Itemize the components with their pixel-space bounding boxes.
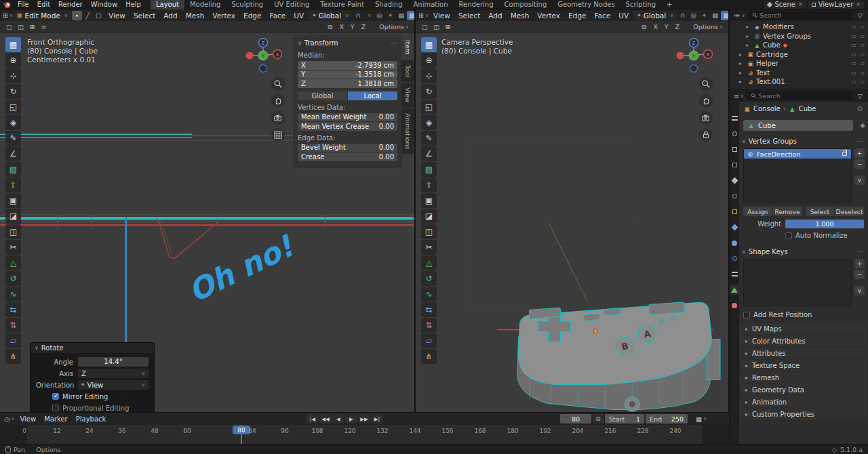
pan-hand-icon[interactable]	[699, 94, 713, 108]
viewport-menu-face[interactable]: Face	[591, 12, 615, 20]
vertex-groups-section-header[interactable]: ∨ Vertex Groups ⋯	[742, 138, 867, 145]
mirror-axis-y-button[interactable]: Y	[347, 22, 357, 32]
viewport-menu-add[interactable]: Add	[159, 12, 181, 20]
viewport-menu-mesh[interactable]: Mesh	[507, 12, 534, 20]
play-button[interactable]: ▶	[345, 414, 357, 424]
snap-magnet-icon[interactable]: ∩	[677, 11, 688, 20]
tool-loop-cut[interactable]: ◫	[5, 224, 21, 239]
end-frame-field[interactable]: End 250	[646, 414, 688, 424]
axis-z-neg-ball[interactable]	[690, 65, 698, 73]
expand-caret-icon[interactable]: ▸	[739, 51, 745, 58]
properties-tab-tool[interactable]	[730, 113, 739, 123]
properties-tab-object-data[interactable]	[730, 285, 739, 295]
auto-keying-icon[interactable]: ⊙	[593, 414, 604, 424]
viewport-menu-vertex[interactable]: Vertex	[533, 12, 564, 20]
section-menu-icon[interactable]: ⋯	[857, 138, 867, 145]
workspace-tab-sculpting[interactable]: Sculpting	[226, 0, 269, 9]
console-model[interactable]: B A	[517, 302, 720, 412]
play-reverse-button[interactable]: ◀	[332, 414, 344, 424]
viewport-menu-add[interactable]: Add	[484, 12, 506, 20]
tool-knife[interactable]: ✂	[5, 240, 21, 255]
section-animation[interactable]: ▸Animation	[741, 396, 867, 407]
pan-hand-icon[interactable]	[271, 94, 285, 108]
outliner-row-vertex-groups[interactable]: ▸◎Vertex Groups▭▱	[730, 32, 868, 41]
mode-dropdown[interactable]: ▦ Edit Mode ∨	[14, 11, 71, 20]
viewport-menu-view[interactable]: View	[104, 12, 130, 20]
tool-tweak-select[interactable]: ▦	[421, 37, 437, 52]
hide-render-icon[interactable]: ▱	[861, 33, 865, 39]
datablock-name-field[interactable]: ▲ Cube	[743, 120, 853, 131]
outliner-row-modifiers[interactable]: ▸◆Modifiers▭▱	[730, 22, 868, 32]
properties-tab-view-layer[interactable]	[730, 160, 739, 170]
select-button[interactable]: Select	[806, 207, 835, 216]
start-button[interactable]	[604, 308, 620, 315]
menu-edit[interactable]: Edit	[33, 1, 54, 8]
scene-selector[interactable]: Scene ✕	[764, 1, 806, 9]
collapse-caret-icon[interactable]: ∨	[298, 40, 302, 46]
tool-extrude-region[interactable]: ⇧	[421, 178, 437, 192]
properties-tab-world[interactable]	[730, 191, 739, 201]
jump-to-start-button[interactable]: |◀	[307, 414, 319, 424]
workspace-tab-rendering[interactable]: Rendering	[453, 0, 498, 9]
section-geometry-data[interactable]: ▸Geometry Data	[741, 384, 867, 395]
viewport-canvas-right[interactable]: B A	[416, 33, 728, 412]
display-icon[interactable]: ▦∨	[694, 414, 708, 424]
shape-keys-section-header[interactable]: ∨ Shape Keys ⋯	[742, 248, 867, 255]
median-x-field[interactable]: X -2.7939 cm	[298, 61, 397, 70]
hide-viewport-icon[interactable]: ▭	[851, 79, 856, 85]
hide-render-icon[interactable]: ▱	[861, 70, 865, 76]
grid-toggle-icon[interactable]	[271, 128, 285, 142]
start-frame-field[interactable]: Start 1	[605, 414, 644, 424]
tool-edge-slide[interactable]: ⇆	[421, 302, 437, 317]
workspace-tab-animation[interactable]: Animation	[408, 0, 454, 9]
tool-rotate[interactable]: ↻	[5, 84, 21, 99]
properties-tab-output[interactable]	[730, 144, 739, 154]
viewport-menu-vertex[interactable]: Vertex	[208, 12, 239, 20]
menu-render[interactable]: Render	[54, 1, 87, 8]
tool-rip-region[interactable]: ⋔	[5, 349, 21, 364]
tool-setting-icon[interactable]: ◫	[16, 22, 26, 32]
vertex-groups-list[interactable]: ◎FaceDirection	[743, 148, 852, 203]
viewport-menu-edge[interactable]: Edge	[239, 12, 265, 20]
median-y-field[interactable]: Y -1.3518 cm	[298, 70, 397, 79]
mirror-editing-checkbox[interactable]	[52, 393, 59, 400]
tool-smooth[interactable]: ∿	[421, 287, 437, 302]
tool-shear[interactable]: ▱	[421, 333, 437, 348]
section-uv-maps[interactable]: ▸UV Maps	[741, 323, 867, 334]
median-z-field[interactable]: Z 1.3818 cm	[298, 79, 397, 88]
overlays-toggle-icon[interactable]: ▤	[710, 11, 720, 20]
menu-file[interactable]: File	[14, 1, 33, 8]
tool-smooth[interactable]: ∿	[5, 287, 21, 302]
outliner-search-input[interactable]	[760, 12, 850, 19]
viewport-menu-edge[interactable]: Edge	[564, 12, 590, 20]
add-rest-position-checkbox[interactable]	[743, 312, 750, 318]
axis-x-neg-ball[interactable]	[246, 52, 254, 60]
section-remesh[interactable]: ▸Remesh	[741, 372, 867, 383]
viewport-menu-uv[interactable]: UV	[614, 12, 633, 20]
status-pan[interactable]: Pan	[14, 446, 25, 453]
tool-measure[interactable]: ∠	[421, 146, 437, 161]
blender-logo-icon[interactable]	[0, 1, 14, 8]
crease-field[interactable]: Crease 0.00	[298, 152, 397, 161]
properties-tab-constraints[interactable]	[730, 269, 739, 279]
viewport-menu-uv[interactable]: UV	[290, 12, 308, 20]
tool-transform[interactable]: ◈	[5, 115, 21, 130]
overlays-toggle-icon[interactable]: ▤	[396, 11, 406, 20]
transform-orientation-dropdown[interactable]: ⌖ Global ∨	[309, 11, 352, 20]
camera-view-icon[interactable]	[271, 111, 285, 125]
breadcrumb-object[interactable]: Console	[753, 105, 781, 112]
unlink-scene-icon[interactable]: ✕	[798, 1, 803, 7]
proportional-editing-icon[interactable]: ◎	[374, 11, 384, 20]
expand-caret-icon[interactable]: ▸	[739, 79, 745, 85]
viewport-menu-face[interactable]: Face	[266, 12, 290, 20]
tool-extrude-region[interactable]: ⇧	[5, 178, 21, 192]
filter-icon[interactable]: ▽	[855, 11, 865, 20]
mirror-axis-z-button[interactable]: Z	[672, 22, 682, 32]
unlink-viewlayer-icon[interactable]: ✕	[856, 1, 861, 7]
tool-poly-build[interactable]: △	[5, 255, 21, 270]
hide-viewport-icon[interactable]: ▭	[851, 70, 856, 76]
timeline-menu-marker[interactable]: Marker	[40, 415, 72, 423]
viewport-menu-mesh[interactable]: Mesh	[182, 12, 209, 20]
workspace-tab-modeling[interactable]: Modeling	[184, 0, 226, 9]
menu-window[interactable]: Window	[87, 1, 121, 8]
